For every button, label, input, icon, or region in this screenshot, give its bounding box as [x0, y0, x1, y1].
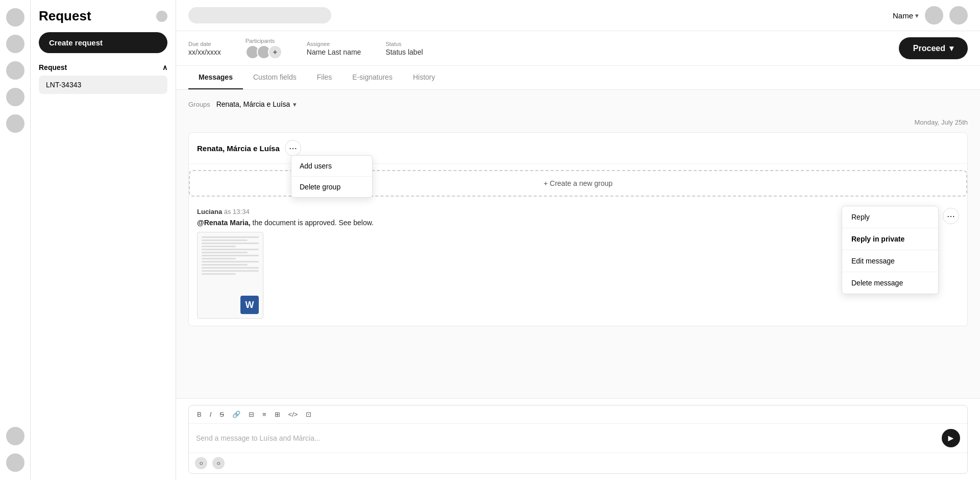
top-header: Name ▾ — [176, 0, 980, 31]
proceed-label: Proceed — [913, 44, 945, 53]
group-context-menu: Add users Delete group — [291, 155, 373, 198]
status-value: Status label — [385, 48, 423, 56]
message-text-field[interactable]: Send a message to Luísa and Márcia... ► — [189, 424, 967, 452]
message-author: Luciana — [197, 208, 222, 215]
messages-area: Groups Renata, Márcia e Luísa ▾ Monday, … — [176, 90, 980, 398]
participant-add-icon[interactable]: + — [268, 45, 282, 59]
create-request-button[interactable]: Create request — [39, 32, 167, 53]
groups-dropdown[interactable]: Renata, Márcia e Luísa ▾ — [216, 100, 297, 108]
tab-custom-fields[interactable]: Custom fields — [243, 66, 307, 89]
user-name-chevron-icon: ▾ — [915, 12, 919, 19]
message-input-placeholder: Send a message to Luísa and Márcia... — [196, 434, 321, 442]
rail-avatar-1 — [6, 8, 24, 27]
assignee-value: Name Last name — [307, 48, 361, 56]
tab-history[interactable]: History — [403, 66, 446, 89]
toolbar-unordered-list-button[interactable]: ≡ — [260, 410, 268, 419]
sidebar-title: Request — [39, 8, 167, 24]
doc-line-11 — [202, 267, 259, 269]
doc-line-6 — [202, 252, 248, 253]
status-field: Status Status label — [385, 41, 423, 56]
participants-field: Participants + — [246, 38, 282, 59]
document-thumbnail[interactable]: W — [197, 232, 263, 319]
participants-label: Participants — [246, 38, 282, 44]
groups-bar: Groups Renata, Márcia e Luísa ▾ — [188, 100, 968, 108]
sidebar-collapse-icon — [156, 11, 167, 22]
message-item: Luciana ás 13:34 @Renata Maria, the docu… — [189, 201, 967, 326]
message-text: the document is approved. See below. — [251, 219, 374, 227]
add-users-menu-item[interactable]: Add users — [291, 156, 372, 177]
due-date-value: xx/xx/xxxx — [188, 48, 221, 56]
tabs-bar: Messages Custom fields Files E-signature… — [176, 66, 980, 90]
delete-message-menu-item[interactable]: Delete message — [842, 272, 938, 294]
tab-files[interactable]: Files — [307, 66, 342, 89]
doc-line-3 — [202, 243, 259, 244]
message-group-card: Renata, Márcia e Luísa ⋯ Add users Delet… — [188, 132, 968, 326]
sidebar-section-label-text: Request — [39, 63, 67, 71]
search-input[interactable] — [188, 7, 331, 23]
groups-label: Groups — [188, 101, 210, 108]
message-time: ás 13:34 — [224, 208, 250, 215]
group-name: Renata, Márcia e Luísa — [197, 144, 280, 153]
emoji-icon[interactable]: ○ — [212, 457, 225, 469]
due-date-field: Due date xx/xx/xxxx — [188, 41, 221, 56]
message-options-button[interactable]: ⋯ — [943, 208, 959, 224]
tab-e-signatures[interactable]: E-signatures — [342, 66, 403, 89]
toolbar-table-button[interactable]: ⊡ — [304, 410, 313, 419]
sidebar-section-request[interactable]: Request ∧ — [39, 63, 167, 71]
reply-menu-item[interactable]: Reply — [842, 206, 938, 228]
user-name-dropdown[interactable]: Name ▾ — [893, 11, 919, 20]
doc-line-5 — [202, 249, 259, 250]
toolbar-bold-button[interactable]: B — [195, 410, 204, 419]
doc-line-12 — [202, 270, 259, 272]
message-footer-icons: ○ ○ — [189, 452, 967, 473]
toolbar-strikethrough-button[interactable]: S — [217, 410, 226, 419]
rail-avatar-2 — [6, 35, 24, 53]
rail-avatar-bottom-2 — [6, 453, 24, 472]
due-date-label: Due date — [188, 41, 221, 47]
reply-private-menu-item[interactable]: Reply in private — [842, 228, 938, 250]
sidebar-item-lnt34343[interactable]: LNT-34343 — [39, 76, 167, 94]
selected-group-label: Renata, Márcia e Luísa — [216, 100, 290, 108]
group-options-button[interactable]: ⋯ — [285, 140, 301, 156]
message-context-menu: Reply Reply in private Edit message Dele… — [842, 206, 939, 294]
rail-avatar-bottom-1 — [6, 427, 24, 445]
groups-chevron-icon: ▾ — [293, 101, 297, 108]
rail-avatar-5 — [6, 114, 24, 133]
rail-avatar-3 — [6, 61, 24, 80]
tab-messages[interactable]: Messages — [188, 66, 243, 89]
doc-line-2 — [202, 239, 248, 241]
doc-line-13 — [202, 273, 236, 275]
doc-line-1 — [202, 236, 259, 238]
doc-line-4 — [202, 246, 236, 247]
doc-line-7 — [202, 255, 259, 256]
toolbar-ordered-list-button[interactable]: ⊟ — [247, 410, 256, 419]
delete-group-menu-item[interactable]: Delete group — [291, 177, 372, 197]
user-name-label: Name — [893, 11, 913, 20]
nav-rail — [0, 0, 31, 480]
app-title-text: Request — [39, 8, 91, 24]
message-toolbar: B I S 🔗 ⊟ ≡ ⊞ </> ⊡ — [189, 405, 967, 424]
date-divider: Monday, July 25th — [188, 118, 968, 126]
message-input-area: B I S 🔗 ⊟ ≡ ⊞ </> ⊡ Send a message to Lu… — [176, 398, 980, 480]
message-input-box: B I S 🔗 ⊟ ≡ ⊞ </> ⊡ Send a message to Lu… — [188, 405, 968, 474]
user-avatar-1 — [925, 6, 943, 25]
user-avatar-2 — [949, 6, 968, 25]
message-group-header: Renata, Márcia e Luísa ⋯ Add users Delet… — [189, 133, 967, 164]
main-content: Name ▾ Due date xx/xx/xxxx Participants … — [176, 0, 980, 480]
proceed-button[interactable]: Proceed ▾ — [899, 37, 968, 59]
send-message-button[interactable]: ► — [942, 429, 960, 447]
assignee-label: Assignee — [307, 41, 361, 47]
toolbar-italic-button[interactable]: I — [208, 410, 214, 419]
header-right: Name ▾ — [893, 6, 968, 25]
assignee-field: Assignee Name Last name — [307, 41, 361, 56]
doc-line-8 — [202, 258, 236, 259]
toolbar-indent-button[interactable]: ⊞ — [273, 410, 282, 419]
message-mention: @Renata Maria, — [197, 219, 251, 227]
toolbar-link-button[interactable]: 🔗 — [230, 410, 242, 419]
rail-avatar-4 — [6, 88, 24, 106]
attachment-icon[interactable]: ○ — [195, 457, 207, 469]
doc-line-9 — [202, 261, 259, 262]
toolbar-code-button[interactable]: </> — [286, 410, 300, 419]
edit-message-menu-item[interactable]: Edit message — [842, 250, 938, 272]
proceed-chevron-icon: ▾ — [949, 43, 953, 53]
